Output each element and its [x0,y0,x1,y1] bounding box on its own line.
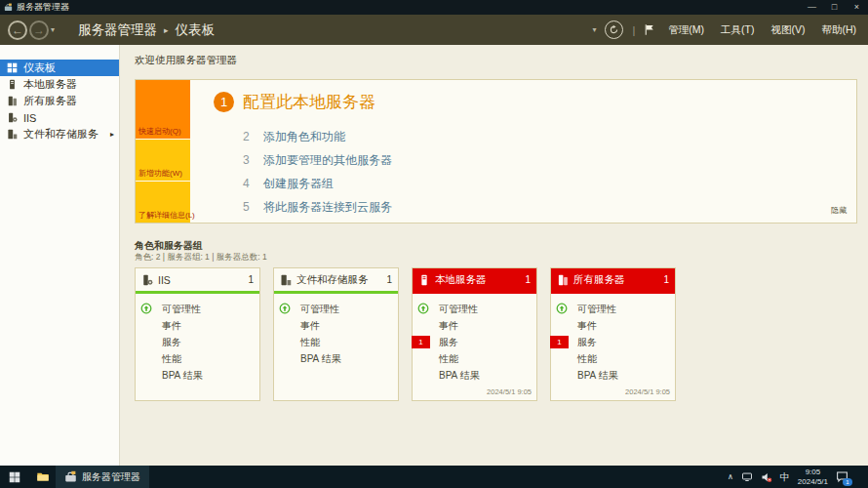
row-manageability[interactable]: 可管理性 [551,301,675,317]
step-number: 5 [243,200,256,214]
minimize-button[interactable]: — [801,0,823,15]
sidebar-item-label: IIS [23,112,36,124]
sidebar-item-local-server[interactable]: 本地服务器 [0,76,119,93]
server-icon [7,79,19,90]
welcome-tile: 快速启动(Q) 新增功能(W) 了解详细信息(L) 1 配置此本地服务器 2 [135,79,857,224]
step-number: 2 [243,130,256,143]
strip-whats-new[interactable]: 新增功能(W) [136,139,190,181]
row-bpa-results[interactable]: BPA 结果 [136,367,259,384]
strip-quick-start[interactable]: 快速启动(Q) [136,80,190,139]
speaker-muted-icon[interactable] [761,471,772,483]
server-manager-icon [64,470,77,483]
start-button[interactable] [0,466,29,488]
row-bpa-results[interactable]: BPA 结果 [274,350,398,367]
tile-server-count: 1 [248,274,254,285]
taskbar-app-label: 服务器管理器 [82,470,140,484]
step-add-roles[interactable]: 2 添加角色和功能 [243,125,392,148]
back-button[interactable]: ← [8,20,27,40]
action-center-icon[interactable]: 1 [836,470,848,483]
sidebar-item-label: 仪表板 [23,61,56,75]
row-label: 可管理性 [162,303,201,316]
sidebar-item-label: 本地服务器 [23,77,77,92]
menu-help[interactable]: 帮助(H) [817,23,860,37]
menu-view[interactable]: 视图(V) [767,23,809,37]
row-bpa-results[interactable]: BPA 结果 [551,367,675,384]
tray-expand-chevron-icon[interactable]: ∧ [728,472,733,481]
folder-icon [36,470,50,483]
tile-rows: 可管理性 事件 1 服务 性能 BPA 结果 [551,294,675,384]
step-label: 将此服务器连接到云服务 [263,199,392,216]
step-add-servers[interactable]: 3 添加要管理的其他服务器 [243,148,392,172]
row-events[interactable]: 事件 [413,317,536,334]
row-label: 性能 [162,352,181,366]
row-label: 性能 [300,336,320,349]
clock-date: 2024/5/1 [798,477,828,487]
tile-rows: 可管理性 事件 1 服务 性能 BPA 结果 [413,294,536,384]
row-performance[interactable]: 性能 [136,350,259,367]
row-performance[interactable]: 性能 [274,334,398,350]
strip-label: 快速启动(Q) [138,126,181,137]
row-manageability[interactable]: 可管理性 [274,301,398,317]
file-storage-server-icon [7,129,19,140]
row-services[interactable]: 服务 [136,334,259,350]
chevron-right-icon[interactable]: ▸ [110,130,114,139]
row-label: 事件 [300,319,320,333]
taskbar-clock[interactable]: 9:05 2024/5/1 [798,468,828,486]
row-performance[interactable]: 性能 [413,350,536,367]
row-events[interactable]: 事件 [136,317,259,334]
row-events[interactable]: 事件 [551,317,675,334]
step-number: 4 [243,177,256,190]
history-caret-icon[interactable]: ▾ [51,25,55,34]
row-label: 可管理性 [577,303,616,316]
forward-button[interactable]: → [29,20,49,40]
sidebar: 仪表板 本地服务器 所有服务器 [0,45,120,466]
server-manager-icon [4,3,13,12]
navigation-bar: ← → ▾ 服务器管理器 ▸ 仪表板 ▾ | 管理(M) 工具(T) 视图(V)… [0,15,868,45]
menu-tools[interactable]: 工具(T) [717,23,758,37]
app-body: 仪表板 本地服务器 所有服务器 [0,45,868,466]
refresh-caret-icon[interactable]: ▾ [592,25,596,34]
file-explorer-button[interactable] [29,466,56,488]
notifications-flag-icon[interactable] [644,23,655,36]
network-icon[interactable] [741,471,753,482]
close-button[interactable]: × [846,0,868,15]
row-performance[interactable]: 性能 [551,350,675,367]
row-manageability[interactable]: 可管理性 [136,301,259,317]
step-number: 3 [243,153,256,167]
step-connect-cloud[interactable]: 5 将此服务器连接到云服务 [243,195,392,219]
step-create-server-group[interactable]: 4 创建服务器组 [243,172,392,195]
tile-name: 文件和存储服务 [296,273,369,287]
strip-learn-more[interactable]: 了解详细信息(L) [136,181,190,223]
roles-section-summary: 角色: 2 | 服务器组: 1 | 服务器总数: 1 [135,252,267,264]
row-services[interactable]: 1 服务 [413,334,536,350]
input-method-indicator[interactable]: 中 [780,470,790,484]
refresh-button[interactable] [605,20,623,39]
up-arrow-circle-icon [556,303,568,314]
dashboard-grid-icon [7,62,19,73]
hide-welcome-link[interactable]: 隐藏 [831,205,847,216]
sidebar-item-dashboard[interactable]: 仪表板 [0,60,119,76]
notification-count-badge: 1 [843,478,852,486]
tile-header[interactable]: 文件和存储服务 1 [274,268,398,294]
row-label: 服务 [439,336,458,349]
tile-name: 本地服务器 [435,273,487,287]
step-label: 添加要管理的其他服务器 [263,152,392,169]
sidebar-item-file-storage[interactable]: 文件和存储服务 ▸ [0,126,119,142]
tile-header[interactable]: 所有服务器 1 [551,268,675,294]
sidebar-item-iis[interactable]: IIS [0,109,119,126]
row-services[interactable]: 1 服务 [551,334,675,350]
tile-server-count: 1 [525,274,531,285]
maximize-button[interactable]: □ [823,0,846,15]
tile-header[interactable]: IIS 1 [136,268,259,294]
welcome-steps: 2 添加角色和功能 3 添加要管理的其他服务器 4 创建服务器组 5 将此服务器… [243,125,392,219]
breadcrumb-root[interactable]: 服务器管理器 [78,21,157,39]
iis-server-icon [141,274,153,286]
row-bpa-results[interactable]: BPA 结果 [413,367,536,384]
row-manageability[interactable]: 可管理性 [413,301,536,317]
step-configure-local-server[interactable]: 1 配置此本地服务器 [214,91,375,113]
menu-manage[interactable]: 管理(M) [664,23,708,37]
sidebar-item-all-servers[interactable]: 所有服务器 [0,93,119,109]
row-events[interactable]: 事件 [274,317,398,334]
server-manager-taskbar-button[interactable]: 服务器管理器 [56,466,149,488]
tile-header[interactable]: 本地服务器 1 [413,268,536,294]
